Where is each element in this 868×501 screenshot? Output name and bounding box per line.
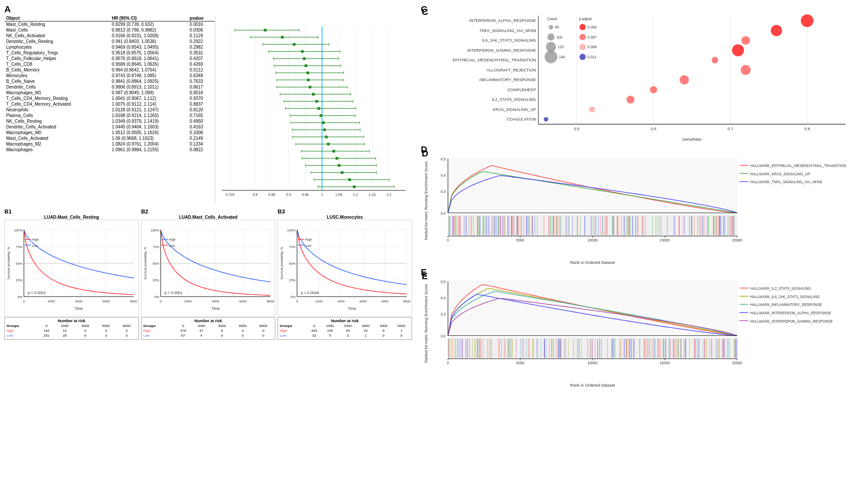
- svg-text:0.8: 0.8: [253, 193, 258, 197]
- svg-point-250: [580, 24, 586, 30]
- panel-b3-title: LUSC.Monocytes: [277, 215, 412, 220]
- table-row: High19412000: [7, 329, 137, 333]
- svg-text:p < 0.0001: p < 0.0001: [28, 291, 46, 295]
- svg-text:0.7: 0.7: [728, 127, 733, 131]
- svg-point-226: [650, 86, 657, 93]
- svg-point-216: [741, 36, 750, 45]
- risk-table-b2-data: Groups02000400060008000High37837630Low67…: [142, 323, 274, 338]
- svg-point-220: [711, 57, 718, 64]
- svg-point-252: [580, 34, 586, 40]
- risk-table-b1: Number at risk Groups02000400060008000Hi…: [4, 317, 139, 340]
- table-row: Dendritic_Cells_Activated1.0445 (0.9404,…: [4, 124, 215, 130]
- table-row: Macrophages1.0961 (0.9884, 1.2155)0.0822: [4, 147, 215, 153]
- svg-text:Low: Low: [32, 244, 38, 248]
- kaplan-b1-chart: 100%75%50%25%0%02000400060008000TimeSurv…: [4, 220, 139, 316]
- svg-rect-54: [315, 100, 318, 103]
- svg-text:5000: 5000: [516, 361, 525, 365]
- svg-text:0.007: 0.007: [587, 36, 597, 39]
- svg-text:p < 0.0001: p < 0.0001: [164, 291, 182, 295]
- svg-rect-78: [327, 143, 330, 146]
- svg-text:0: 0: [160, 299, 161, 303]
- svg-text:50%: 50%: [289, 262, 295, 266]
- svg-text:Survival probability, %: Survival probability, %: [143, 247, 147, 280]
- svg-text:140: 140: [559, 55, 565, 59]
- svg-text:6000: 6000: [103, 299, 110, 303]
- svg-text:75%: 75%: [153, 245, 159, 249]
- table-row: Low25129630: [7, 334, 137, 338]
- svg-text:0.4: 0.4: [441, 174, 446, 178]
- table-row: High37837630: [143, 329, 274, 333]
- table-row: NK_Cells_Resting1.0349 (0.9379, 1.1419)0…: [4, 118, 215, 124]
- svg-text:HALLMARK_INTERFERON_ALPHA_RESP: HALLMARK_INTERFERON_ALPHA_RESPONSE: [750, 311, 831, 315]
- svg-text:0.85: 0.85: [268, 193, 275, 197]
- forest-data-table: Object HR (95% CI) pvalue Mast_Cells_Res…: [4, 15, 215, 153]
- svg-text:0.0: 0.0: [441, 334, 446, 338]
- svg-text:0.3: 0.3: [441, 190, 446, 194]
- gsea-d-svg: D0.50.40.30.0Running Enrichment ScoreRan…: [421, 145, 864, 267]
- svg-rect-14: [264, 29, 267, 32]
- table-row: Plasma_Cells1.0188 (0.9214, 1.1265)0.716…: [4, 113, 215, 118]
- svg-text:HALLMARK_IL6_JAK_STAT3_SIGNALI: HALLMARK_IL6_JAK_STAT3_SIGNALING: [750, 295, 820, 299]
- svg-text:ALLOGRAFT_REJECTION: ALLOGRAFT_REJECTION: [487, 68, 536, 72]
- svg-text:3000: 3000: [359, 299, 367, 303]
- svg-text:COMPLEMENT: COMPLEMENT: [507, 88, 536, 92]
- svg-text:INTERFERON_ALPHA_RESPONSE: INTERFERON_ALPHA_RESPONSE: [469, 18, 536, 23]
- svg-text:0%: 0%: [154, 295, 159, 299]
- svg-rect-58: [317, 107, 320, 110]
- svg-text:GeneRatio: GeneRatio: [682, 138, 701, 142]
- table-row: T_Cells_CD4_Memory_Activated1.0075 (0.91…: [4, 101, 215, 107]
- col-object: Object: [4, 15, 110, 21]
- svg-text:25%: 25%: [289, 278, 295, 282]
- svg-text:2000: 2000: [184, 299, 192, 303]
- svg-text:Time: Time: [211, 306, 220, 311]
- svg-text:1: 1: [321, 193, 323, 197]
- table-row: Lymphocytes0.9469 (0.8543, 1.0495)0.2982: [4, 44, 215, 50]
- svg-text:100: 100: [556, 36, 562, 39]
- svg-point-212: [801, 14, 814, 27]
- svg-text:0%: 0%: [18, 295, 22, 299]
- svg-text:Rank in Ordered Dataset: Rank in Ordered Dataset: [570, 383, 615, 387]
- panel-c: C CINTERFERON_ALPHA_RESPONSETNFA_SIGNALI…: [421, 4, 864, 145]
- svg-text:80: 80: [555, 25, 559, 29]
- svg-text:HALLMARK_KRAS_SIGNALING_UP: HALLMARK_KRAS_SIGNALING_UP: [750, 172, 810, 176]
- table-row: T_Cells_Regulatory_Tregs0.9518 (0.8575, …: [4, 50, 215, 56]
- table-row: Mast_Cells_Activated1.06 (0.9668, 1.1623…: [4, 135, 215, 141]
- svg-text:0.005: 0.005: [587, 25, 597, 29]
- svg-text:0.725: 0.725: [225, 193, 235, 197]
- svg-text:6000: 6000: [239, 299, 246, 303]
- svg-rect-38: [306, 71, 309, 74]
- svg-text:Ranked list metric: Ranked list metric: [424, 211, 428, 240]
- panel-b2: B2 LUAD.Mast_Cells_Activated 100%75%50%2…: [141, 208, 276, 340]
- svg-text:TNFA_SIGNALING_VIA_NFKB: TNFA_SIGNALING_VIA_NFKB: [480, 28, 536, 33]
- svg-text:100%: 100%: [14, 228, 23, 232]
- table-row: Macrophages_M01.0512 (0.9505, 1.1626)0.3…: [4, 130, 215, 135]
- right-panel: C CINTERFERON_ALPHA_RESPONSETNFA_SIGNALI…: [416, 0, 868, 501]
- table-row: T_Cells_CD80.9589 (0.8645, 1.0635)0.4269: [4, 61, 215, 67]
- svg-rect-94: [341, 171, 343, 174]
- panel-b1-title: LUAD.Mast_Cells_Resting: [4, 215, 139, 220]
- panel-e-label: E: [421, 267, 427, 277]
- table-row: Monocytes0.9743 (0.8748, 1.085)0.6349: [4, 73, 215, 78]
- svg-rect-70: [323, 128, 326, 131]
- svg-rect-30: [303, 57, 306, 60]
- svg-rect-26: [301, 50, 303, 53]
- svg-rect-66: [322, 121, 325, 124]
- svg-text:Low: Low: [169, 244, 175, 248]
- svg-text:15000: 15000: [660, 238, 670, 242]
- svg-point-218: [732, 44, 744, 56]
- svg-text:1.15: 1.15: [369, 193, 376, 197]
- kaplan-b3-chart: 100%75%50%25%0%010002000300040005000Time…: [277, 220, 412, 316]
- svg-text:1.1: 1.1: [353, 193, 358, 197]
- table-row: Macrophages_M21.0824 (0.9761, 1.2004)0.1…: [4, 141, 215, 147]
- svg-text:2000: 2000: [338, 299, 345, 303]
- km2-svg: 100%75%50%25%0%02000400060008000TimeSurv…: [142, 220, 275, 316]
- risk-header-b2: Number at risk: [142, 319, 274, 323]
- gsea-e-svg: E0.50.40.30.0Running Enrichment ScoreRan…: [421, 267, 864, 390]
- svg-rect-267: [448, 215, 737, 236]
- svg-text:1000: 1000: [315, 299, 323, 303]
- svg-text:0%: 0%: [291, 295, 296, 299]
- svg-point-214: [771, 25, 782, 36]
- panel-c-label: C: [421, 4, 427, 14]
- svg-rect-259: [448, 159, 737, 213]
- table-row: Groups02000400060008000: [143, 324, 274, 328]
